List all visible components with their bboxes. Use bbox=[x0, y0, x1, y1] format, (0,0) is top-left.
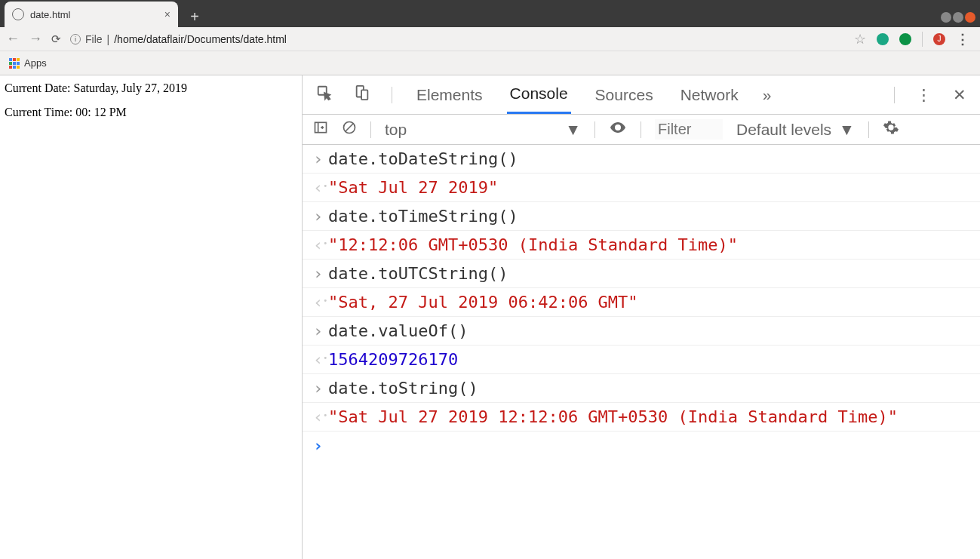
devtools-menu-icon[interactable]: ⋮ bbox=[916, 86, 932, 104]
input-arrow-icon: › bbox=[313, 149, 328, 168]
profile-avatar[interactable]: J bbox=[933, 33, 945, 45]
more-tabs-icon[interactable]: » bbox=[763, 86, 772, 104]
url-separator: | bbox=[107, 33, 110, 45]
input-arrow-icon: › bbox=[313, 207, 328, 226]
svg-rect-2 bbox=[361, 90, 367, 100]
console-text: "Sat, 27 Jul 2019 06:42:06 GMT" bbox=[328, 293, 969, 312]
console-row: ›date.valueOf() bbox=[303, 317, 980, 346]
levels-label: Default levels bbox=[736, 121, 831, 139]
tab-network[interactable]: Network bbox=[677, 77, 742, 113]
eye-icon[interactable] bbox=[609, 118, 627, 140]
window-controls bbox=[939, 12, 980, 27]
context-selector[interactable]: top ▼ bbox=[385, 121, 581, 139]
browser-tab[interactable]: date.html × bbox=[5, 2, 178, 27]
current-time-text: Current Time: 00: 12 PM bbox=[5, 106, 297, 119]
extension-green-icon[interactable] bbox=[899, 33, 911, 45]
console-text: date.toDateString() bbox=[328, 149, 969, 168]
apps-icon[interactable] bbox=[9, 58, 20, 69]
maximize-icon[interactable] bbox=[953, 12, 963, 23]
url-bar: ← → ⟳ i File | /home/dataflair/Documents… bbox=[0, 27, 980, 51]
globe-icon bbox=[12, 8, 24, 20]
reload-icon[interactable]: ⟳ bbox=[51, 32, 61, 46]
current-date-text: Current Date: Saturday, July 27, 2019 bbox=[5, 81, 297, 95]
console-row: ›date.toDateString() bbox=[303, 145, 980, 174]
close-window-icon[interactable] bbox=[965, 12, 975, 23]
bookmark-star-icon[interactable]: ☆ bbox=[854, 31, 866, 48]
console-row: ‹•"12:12:06 GMT+0530 (India Standard Tim… bbox=[303, 231, 980, 260]
console-text: "12:12:06 GMT+0530 (India Standard Time)… bbox=[328, 235, 969, 254]
page-content: Current Date: Saturday, July 27, 2019 Cu… bbox=[0, 75, 302, 559]
console-text: "Sat Jul 27 2019" bbox=[328, 178, 969, 197]
address-field[interactable]: i File | /home/dataflair/Documents/date.… bbox=[70, 33, 287, 45]
tab-console[interactable]: Console bbox=[507, 75, 571, 114]
console-text: "Sat Jul 27 2019 12:12:06 GMT+0530 (Indi… bbox=[328, 407, 969, 426]
input-arrow-icon: › bbox=[313, 379, 328, 398]
output-arrow-icon: ‹• bbox=[313, 178, 328, 197]
context-label: top bbox=[385, 121, 407, 139]
console-toolbar: top ▼ Default levels ▼ bbox=[303, 115, 980, 145]
extension-grammarly-icon[interactable] bbox=[877, 33, 889, 45]
console-text: date.toTimeString() bbox=[328, 207, 969, 226]
console-sidebar-toggle-icon[interactable] bbox=[313, 120, 328, 139]
tab-elements[interactable]: Elements bbox=[413, 77, 486, 113]
console-row: ›date.toString() bbox=[303, 374, 980, 403]
input-arrow-icon: › bbox=[313, 264, 328, 283]
extension-separator bbox=[922, 32, 923, 47]
clear-console-icon[interactable] bbox=[342, 120, 357, 139]
inspect-icon[interactable] bbox=[316, 84, 333, 105]
console-text: date.toString() bbox=[328, 379, 969, 398]
output-arrow-icon: ‹• bbox=[313, 235, 328, 254]
back-icon[interactable]: ← bbox=[6, 31, 20, 47]
console-text: 1564209726170 bbox=[328, 350, 969, 369]
settings-gear-icon[interactable] bbox=[883, 119, 899, 140]
output-arrow-icon: ‹• bbox=[313, 350, 328, 369]
console-text: date.valueOf() bbox=[328, 321, 969, 340]
close-tab-icon[interactable]: × bbox=[164, 8, 171, 20]
console-row: ‹•"Sat Jul 27 2019 12:12:06 GMT+0530 (In… bbox=[303, 403, 980, 432]
new-tab-button[interactable]: + bbox=[184, 6, 205, 27]
devtools-close-icon[interactable]: ✕ bbox=[953, 86, 966, 104]
browser-menu-icon[interactable]: ⋮ bbox=[956, 31, 969, 48]
console-row: ‹•"Sat, 27 Jul 2019 06:42:06 GMT" bbox=[303, 288, 980, 317]
devtools-tabs: Elements Console Sources Network » ⋮ ✕ bbox=[303, 75, 980, 115]
forward-icon[interactable]: → bbox=[29, 31, 42, 47]
console-row: ‹•"Sat Jul 27 2019" bbox=[303, 174, 980, 202]
output-arrow-icon: ‹• bbox=[313, 293, 328, 312]
url-scheme: File bbox=[85, 33, 103, 45]
levels-selector[interactable]: Default levels ▼ bbox=[736, 121, 855, 139]
browser-tab-bar: date.html × + bbox=[0, 0, 980, 27]
console-row: ›date.toUTCString() bbox=[303, 260, 980, 288]
chevron-down-icon: ▼ bbox=[839, 121, 855, 139]
chevron-down-icon: ▼ bbox=[565, 121, 581, 139]
filter-input[interactable] bbox=[655, 119, 723, 140]
console-log-area[interactable]: ›date.toDateString()‹•"Sat Jul 27 2019"›… bbox=[303, 145, 980, 559]
console-row: ‹•1564209726170 bbox=[303, 346, 980, 374]
info-icon[interactable]: i bbox=[70, 34, 81, 45]
apps-label[interactable]: Apps bbox=[24, 57, 47, 69]
bookmarks-bar: Apps bbox=[0, 51, 980, 75]
tab-sources[interactable]: Sources bbox=[592, 77, 656, 113]
console-text: date.toUTCString() bbox=[328, 264, 969, 283]
console-prompt[interactable]: › bbox=[303, 432, 980, 459]
prompt-arrow-icon: › bbox=[313, 436, 328, 455]
url-path: /home/dataflair/Documents/date.html bbox=[114, 33, 287, 45]
console-row: ›date.toTimeString() bbox=[303, 202, 980, 231]
tab-title: date.html bbox=[30, 9, 164, 20]
device-toggle-icon[interactable] bbox=[354, 84, 370, 105]
output-arrow-icon: ‹• bbox=[313, 407, 328, 426]
input-arrow-icon: › bbox=[313, 321, 328, 340]
devtools-panel: Elements Console Sources Network » ⋮ ✕ t… bbox=[302, 75, 980, 559]
minimize-icon[interactable] bbox=[941, 12, 951, 23]
